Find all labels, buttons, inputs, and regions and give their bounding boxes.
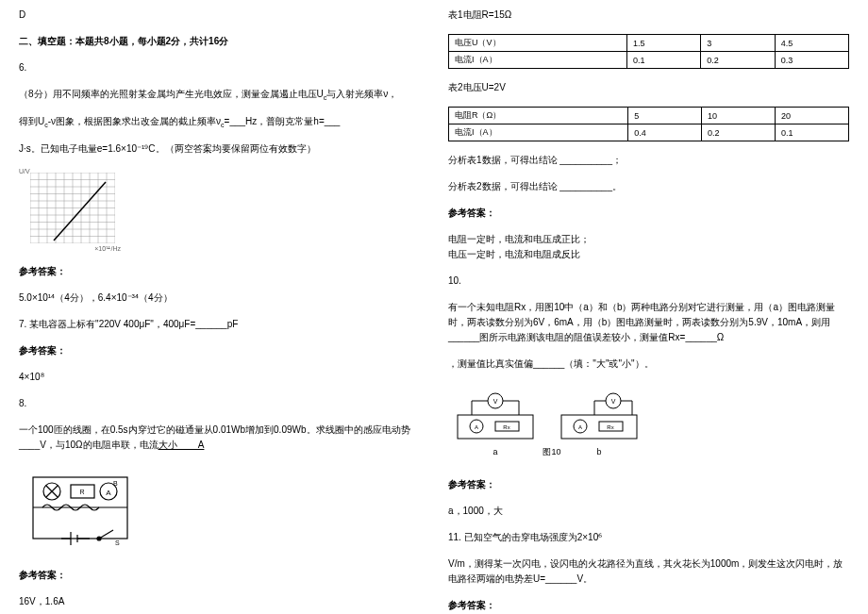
- table1-title: 表1电阻R=15Ω: [448, 8, 849, 23]
- graph-ylabel: U/V: [19, 168, 30, 174]
- t2-r1c1: 电阻R（Ω）: [449, 108, 628, 124]
- q10-answer: a，1000，大: [448, 504, 849, 519]
- svg-text:A: A: [578, 424, 582, 430]
- q6-text1: （8分）用不同频率的光照射某金属均产生光电效应，测量金属遏止电压: [19, 89, 317, 99]
- svg-text:Rx: Rx: [607, 424, 613, 430]
- q6-text2: 得到: [19, 116, 38, 126]
- t2-r1c2: 5: [628, 108, 702, 124]
- q8-answer: 16V，1.6A: [19, 594, 420, 609]
- fig-a-label: a: [492, 447, 497, 456]
- q6-answer: 5.0×10¹⁴（4分），6.4×10⁻³⁴（4分）: [19, 290, 420, 306]
- t2-r2c3: 0.2: [702, 124, 776, 141]
- choice-d: D: [19, 8, 420, 23]
- t1-r2c1: 电流I（A）: [449, 52, 627, 69]
- fig-b-label: b: [596, 447, 601, 456]
- t1-r1c4: 4.5: [775, 35, 848, 52]
- q8-underline: 大小____A: [159, 440, 205, 450]
- q6-line1: （8分）用不同频率的光照射某金属均产生光电效应，测量金属遏止电压Uc与入射光频率…: [19, 87, 420, 103]
- t2-r2c4: 0.1: [776, 124, 849, 141]
- section-2-header: 二、填空题：本题共8小题，每小题2分，共计16分: [19, 34, 420, 49]
- q6-uc: U: [317, 89, 324, 99]
- svg-text:S: S: [115, 539, 120, 546]
- q8-circuit-diagram: A R B S: [19, 468, 142, 553]
- q6-text2c: =___Hz，普朗克常量h=___: [225, 116, 341, 126]
- q8: 一个100匝的线圈，在0.5s内穿过它的磁通量从0.01Wb增加到0.09Wb。…: [19, 423, 420, 453]
- table-row: 电流I（A） 0.1 0.2 0.3: [449, 52, 849, 69]
- q7: 7. 某电容器上标有"220V 400μF"，400μF=______pF: [19, 317, 420, 332]
- table-row: 电流I（A） 0.4 0.2 0.1: [449, 124, 849, 141]
- q8-text: 一个100匝的线圈，在0.5s内穿过它的磁通量从0.01Wb增加到0.09Wb。…: [19, 424, 410, 450]
- q9-answer-label: 参考答案：: [448, 206, 849, 221]
- q10-answer-label: 参考答案：: [448, 477, 849, 492]
- svg-text:R: R: [79, 489, 84, 495]
- q10-text2: ，测量值比真实值偏______（填："大"或"小"）。: [448, 357, 849, 372]
- graph-xlabel: ×10¹⁴/Hz: [94, 245, 121, 253]
- svg-text:B: B: [113, 480, 118, 487]
- q6-line3: J·s。已知电子电量e=1.6×10⁻¹⁹C。（两空答案均要保留两位有效数字）: [19, 141, 420, 157]
- svg-text:A: A: [475, 424, 478, 430]
- table2-title: 表2电压U=2V: [448, 80, 849, 95]
- q9-answer2: 电压一定时，电流和电阻成反比: [448, 247, 849, 262]
- t1-r2c2: 0.1: [626, 52, 700, 69]
- q9-blank1: 分析表1数据，可得出结论 __________；: [448, 153, 849, 168]
- table1: 电压U（V） 1.5 3 4.5 电流I（A） 0.1 0.2 0.3: [448, 34, 849, 69]
- q10-circuit-diagram: V A Rx V A Rx a 图10 b: [448, 387, 656, 462]
- t1-r1c3: 3: [701, 35, 775, 52]
- q11-answer-label: 参考答案：: [448, 598, 849, 613]
- q11-text1: 11. 已知空气的击穿电场强度为2×10⁶: [448, 530, 849, 545]
- q8-answer-label: 参考答案：: [19, 568, 420, 583]
- q6-graph: U/V ×10¹⁴/Hz: [19, 168, 123, 253]
- q10-number: 10.: [448, 274, 849, 289]
- table2: 电阻R（Ω） 5 10 20 电流I（A） 0.4 0.2 0.1: [448, 107, 849, 141]
- q6-answer-label: 参考答案：: [19, 264, 420, 279]
- q8-number: 8.: [19, 396, 420, 411]
- t2-r1c4: 20: [776, 108, 849, 124]
- svg-line-32: [99, 530, 113, 539]
- t2-r2c2: 0.4: [628, 124, 702, 141]
- q7-answer-label: 参考答案：: [19, 343, 420, 358]
- t2-r2c1: 电流I（A）: [449, 124, 628, 141]
- table-row: 电阻R（Ω） 5 10 20: [449, 108, 849, 124]
- fig-label: 图10: [542, 447, 560, 456]
- svg-text:V: V: [493, 398, 498, 405]
- q6-line2: 得到Uc-ν图象，根据图象求出改金属的截止频率νc=___Hz，普朗克常量h=_…: [19, 114, 420, 130]
- t1-r1c1: 电压U（V）: [449, 35, 627, 52]
- q6-text2b: -ν图象，根据图象求出改金属的截止频率ν: [48, 116, 221, 126]
- q9-answer1: 电阻一定时，电流和电压成正比；: [448, 232, 849, 247]
- t1-r1c2: 1.5: [626, 35, 700, 52]
- q7-answer: 4×10⁸: [19, 370, 420, 385]
- q10-text1: 有一个未知电阻Rx，用图10中（a）和（b）两种电路分别对它进行测量，用（a）图…: [448, 300, 849, 345]
- svg-text:A: A: [106, 489, 111, 497]
- t1-r2c3: 0.2: [701, 52, 775, 69]
- svg-text:V: V: [611, 398, 616, 405]
- t1-r2c4: 0.3: [775, 52, 848, 69]
- t2-r1c3: 10: [702, 108, 776, 124]
- q11-text2: V/m，测得某一次闪电，设闪电的火花路径为直线，其火花长为1000m，则发生这次…: [448, 556, 849, 587]
- q6-text1b: 与入射光频率ν，: [326, 89, 397, 99]
- q6-number: 6.: [19, 60, 420, 75]
- svg-text:Rx: Rx: [503, 424, 509, 430]
- q9-blank2: 分析表2数据，可得出结论 __________。: [448, 179, 849, 194]
- table-row: 电压U（V） 1.5 3 4.5: [449, 35, 849, 52]
